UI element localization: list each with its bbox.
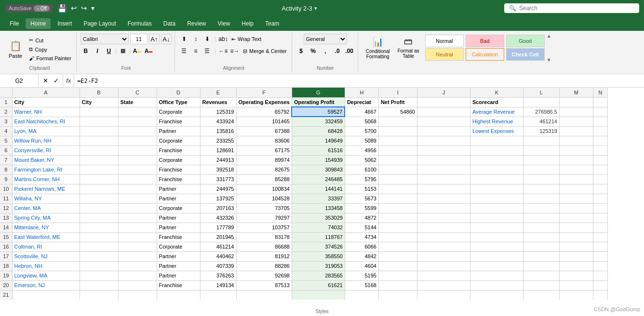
cell-3-A[interactable]: East Natchitoches, RI <box>12 117 80 126</box>
cell-5-M[interactable] <box>559 136 593 145</box>
menu-file[interactable]: File <box>5 18 24 29</box>
cell-18-I[interactable] <box>378 261 417 271</box>
cell-18-B[interactable] <box>80 261 118 271</box>
cell-8-D[interactable]: Franchise <box>157 165 200 174</box>
cell-3-D[interactable]: Franchise <box>157 117 200 126</box>
cell-2-C[interactable] <box>118 107 157 117</box>
cell-12-D[interactable]: Corporate <box>157 203 200 213</box>
cell-4-I[interactable] <box>378 126 417 136</box>
cell-15-K[interactable] <box>470 232 523 242</box>
cell-5-E[interactable]: 233255 <box>200 136 236 145</box>
cell-14-B[interactable] <box>80 223 118 232</box>
cell-7-H[interactable]: 5062 <box>345 155 378 165</box>
redo-icon[interactable]: ↪ <box>81 4 87 13</box>
cell-2-K[interactable]: Average Revenue <box>470 107 523 117</box>
style-calculation[interactable]: Calculation <box>466 48 504 61</box>
cell-4-L[interactable]: 125319 <box>523 126 559 136</box>
col-header-N[interactable]: N <box>593 88 607 97</box>
cell-14-M[interactable] <box>559 223 593 232</box>
cell-7-B[interactable] <box>80 155 118 165</box>
cell-13-K[interactable] <box>470 213 523 223</box>
cell-9-F[interactable]: 85288 <box>236 174 292 184</box>
cell-6-C[interactable] <box>118 145 157 155</box>
cell-19-I[interactable] <box>378 271 417 280</box>
header-cell-2[interactable]: State <box>118 97 157 107</box>
cell-14-C[interactable] <box>118 223 157 232</box>
cell-3-H[interactable]: 5068 <box>345 117 378 126</box>
cell-14-N[interactable] <box>593 223 607 232</box>
cell-6-M[interactable] <box>559 145 593 155</box>
cell-2-I[interactable]: 54860 <box>378 107 417 117</box>
cell-8-K[interactable] <box>470 165 523 174</box>
decrease-font-button[interactable]: A↓ <box>161 34 172 44</box>
cell-12-N[interactable] <box>593 203 607 213</box>
cell-9-G[interactable]: 246485 <box>292 174 345 184</box>
cell-12-E[interactable]: 207163 <box>200 203 236 213</box>
cell-6-J[interactable] <box>417 145 470 155</box>
cell-9-C[interactable] <box>118 174 157 184</box>
cell-2-M[interactable] <box>559 107 593 117</box>
decrease-indent-button[interactable]: ←≡ <box>218 46 228 56</box>
menu-team[interactable]: Team <box>260 18 284 29</box>
italic-button[interactable]: I <box>92 46 103 56</box>
percent-button[interactable]: % <box>308 46 319 56</box>
text-direction-button[interactable]: ab↕ <box>218 34 228 44</box>
merge-center-button[interactable]: ⊟ Merge & Center <box>241 47 289 55</box>
cell-13-B[interactable] <box>80 213 118 223</box>
cell-17-A[interactable]: Scottsville, NJ <box>12 251 80 261</box>
cell-10-D[interactable]: Partner <box>157 184 200 194</box>
cell-13-H[interactable]: 4872 <box>345 213 378 223</box>
cell-15-M[interactable] <box>559 232 593 242</box>
align-top-button[interactable]: ⬆ <box>179 34 189 44</box>
menu-page-layout[interactable]: Page Layout <box>79 18 121 29</box>
cell-8-B[interactable] <box>80 165 118 174</box>
cell-3-B[interactable] <box>80 117 118 126</box>
menu-view[interactable]: View <box>213 18 235 29</box>
align-center-button[interactable]: ≡ <box>190 46 201 56</box>
cell-17-H[interactable]: 4842 <box>345 251 378 261</box>
style-neutral[interactable]: Neutral <box>425 48 464 61</box>
title-dropdown-icon[interactable]: ▾ <box>314 5 317 12</box>
cell-7-N[interactable] <box>593 155 607 165</box>
cell-21-H[interactable] <box>345 290 378 300</box>
cell-15-E[interactable]: 201945 <box>200 232 236 242</box>
comma-button[interactable]: , <box>320 46 331 56</box>
header-cell-7[interactable]: Depreciat <box>345 97 378 107</box>
cell-17-J[interactable] <box>417 251 470 261</box>
cell-6-A[interactable]: Conyersville, RI <box>12 145 80 155</box>
cell-11-M[interactable] <box>559 194 593 203</box>
customize-icon[interactable]: ▾ <box>91 4 94 12</box>
cell-16-M[interactable] <box>559 242 593 251</box>
cell-5-H[interactable]: 5089 <box>345 136 378 145</box>
cell-8-G[interactable]: 309843 <box>292 165 345 174</box>
cell-16-C[interactable] <box>118 242 157 251</box>
cell-12-L[interactable] <box>523 203 559 213</box>
cell-9-E[interactable]: 331773 <box>200 174 236 184</box>
cell-16-A[interactable]: Coltman, RI <box>12 242 80 251</box>
increase-decimal-button[interactable]: .00 <box>344 46 355 56</box>
cell-14-F[interactable]: 103757 <box>236 223 292 232</box>
cell-10-N[interactable] <box>593 184 607 194</box>
header-cell-0[interactable]: City <box>12 97 80 107</box>
cell-17-D[interactable]: Partner <box>157 251 200 261</box>
cell-15-C[interactable] <box>118 232 157 242</box>
col-header-F[interactable]: F <box>236 88 292 97</box>
cell-9-M[interactable] <box>559 174 593 184</box>
styles-scroll[interactable]: ▲ ▼ <box>547 34 551 63</box>
cell-15-H[interactable]: 4734 <box>345 232 378 242</box>
col-header-B[interactable]: B <box>80 88 118 97</box>
cell-5-J[interactable] <box>417 136 470 145</box>
cell-15-N[interactable] <box>593 232 607 242</box>
cell-16-K[interactable] <box>470 242 523 251</box>
cell-4-N[interactable] <box>593 126 607 136</box>
cell-2-L[interactable]: 276986.5 <box>523 107 559 117</box>
cell-4-F[interactable]: 67388 <box>236 126 292 136</box>
cancel-formula-button[interactable]: ✕ <box>40 76 50 86</box>
cell-11-K[interactable] <box>470 194 523 203</box>
search-box[interactable]: 🔍 <box>504 3 639 13</box>
cell-14-J[interactable] <box>417 223 470 232</box>
cell-17-G[interactable]: 358550 <box>292 251 345 261</box>
cell-17-M[interactable] <box>559 251 593 261</box>
cell-16-B[interactable] <box>80 242 118 251</box>
cell-9-J[interactable] <box>417 174 470 184</box>
